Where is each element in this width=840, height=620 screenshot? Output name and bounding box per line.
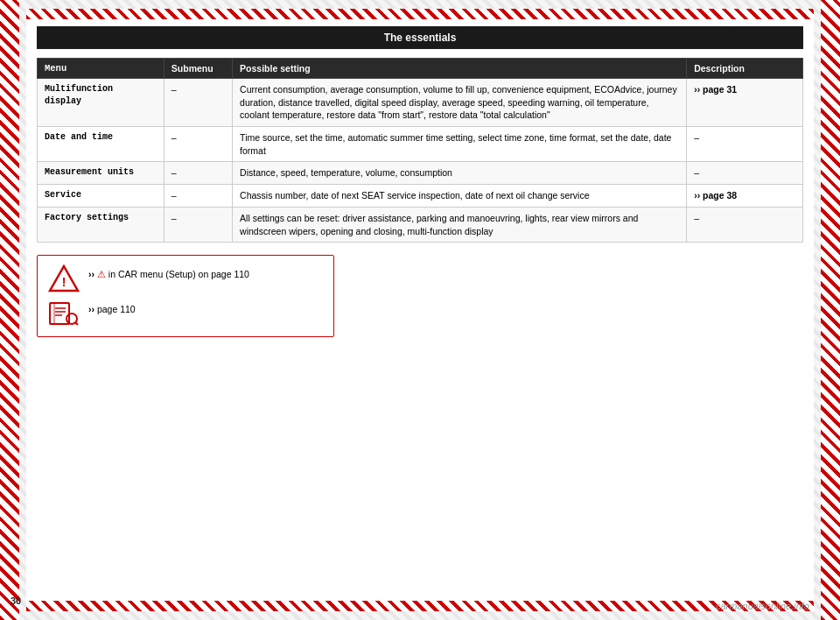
bottom-stripe (26, 601, 814, 611)
cell-description: – (687, 207, 803, 242)
cell-submenu: – (164, 79, 232, 127)
cell-submenu: – (164, 207, 232, 242)
cell-menu: Service (38, 185, 164, 208)
cell-description: ›› page 31 (687, 79, 803, 127)
table-row: Measurement units–Distance, speed, tempe… (38, 162, 803, 185)
header-possible: Possible setting (233, 59, 687, 79)
cell-submenu: – (164, 127, 232, 162)
header-menu: Menu (38, 59, 164, 79)
cell-submenu: – (164, 185, 232, 208)
cell-possible: Time source, set the time, automatic sum… (233, 127, 687, 162)
main-table: Menu Submenu Possible setting Descriptio… (37, 58, 803, 243)
note-row-1: ! ›› ⚠ in CAR menu (Setup) on page 110 (48, 264, 323, 292)
table-header-row: Menu Submenu Possible setting Descriptio… (38, 59, 803, 79)
cell-description: ›› page 38 (687, 185, 803, 208)
cell-menu: Multifunction display (38, 79, 164, 127)
note-box: ! ›› ⚠ in CAR menu (Setup) on page 110 (37, 255, 334, 337)
svg-line-8 (75, 322, 78, 325)
header-submenu: Submenu (164, 59, 232, 79)
cell-menu: Factory settings (38, 207, 164, 242)
watermark: carmanualsonline.info (716, 601, 809, 611)
page-content: The essentials Menu Submenu Possible set… (26, 9, 814, 611)
title-bar: The essentials (37, 26, 803, 49)
svg-text:!: ! (62, 275, 66, 289)
table-row: Factory settings–All settings can be res… (38, 207, 803, 242)
top-stripe (26, 9, 814, 19)
cell-menu: Date and time (38, 127, 164, 162)
table-row: Multifunction display–Current consumptio… (38, 79, 803, 127)
inner-content: The essentials Menu Submenu Possible set… (26, 19, 814, 348)
cell-possible: Current consumption, average consumption… (233, 79, 687, 127)
page-number: 30 (10, 595, 21, 606)
table-row: Service–Chassis number, date of next SEA… (38, 185, 803, 208)
note-row-2: ›› page 110 (48, 299, 323, 328)
cell-description: – (687, 127, 803, 162)
cell-possible: All settings can be reset: driver assist… (233, 207, 687, 242)
svg-rect-3 (53, 303, 55, 324)
warning-triangle-icon: ! (48, 264, 80, 292)
cell-possible: Chassis number, date of next SEAT servic… (233, 185, 687, 208)
cell-possible: Distance, speed, temperature, volume, co… (233, 162, 687, 185)
title-text: The essentials (384, 32, 457, 44)
header-description: Description (687, 59, 803, 79)
cell-menu: Measurement units (38, 162, 164, 185)
note-text-2: ›› page 110 (88, 299, 136, 316)
book-icon (48, 299, 80, 328)
table-row: Date and time–Time source, set the time,… (38, 127, 803, 162)
cell-submenu: – (164, 162, 232, 185)
note-text-1: ›› ⚠ in CAR menu (Setup) on page 110 (88, 264, 249, 281)
cell-description: – (687, 162, 803, 185)
